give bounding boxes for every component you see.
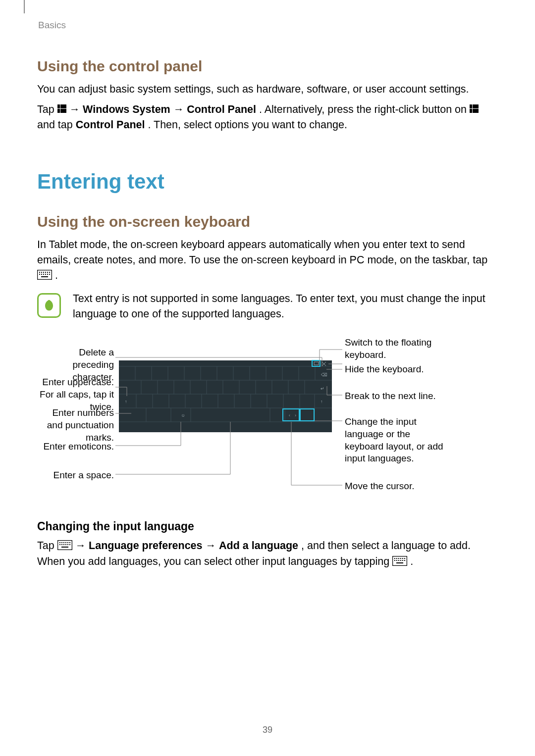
svg-text:☺: ☺ [181,413,185,418]
text: and tap [37,119,76,131]
svg-rect-125 [398,560,399,561]
svg-text:‹: ‹ [289,413,290,418]
svg-rect-119 [398,558,399,559]
keyboard-switch-icon [392,556,407,568]
svg-rect-11 [43,272,44,273]
svg-rect-104 [61,542,62,543]
svg-rect-106 [65,542,66,543]
svg-rect-13 [47,272,48,273]
text: . Alternatively, press the right-click b… [259,103,470,115]
svg-rect-108 [69,542,70,543]
note-block: Text entry is not supported in some lang… [37,291,498,322]
heading-entering-text: Entering text [37,170,498,194]
subheading-input-language: Changing the input language [37,520,498,533]
para-input-language: Tap → Language preferences → Add a langu… [37,538,498,569]
svg-rect-110 [61,544,62,545]
section-header: Basics [38,20,498,31]
svg-rect-111 [63,544,64,545]
svg-rect-7 [473,109,479,113]
text: Tap [37,103,57,115]
svg-rect-17 [43,274,44,275]
text-bold: Windows System [83,103,170,115]
svg-rect-121 [402,558,403,559]
keyboard-settings-icon [57,540,72,553]
svg-rect-118 [396,558,397,559]
start-tiles-icon [470,104,479,116]
svg-rect-109 [59,544,60,545]
keyboard-illustration: ↑ ↑ ↵ ⌫ ☺ ‹ › [37,337,498,500]
svg-rect-14 [49,272,50,273]
svg-rect-127 [402,560,403,561]
svg-rect-10 [41,272,42,273]
svg-rect-16 [41,274,42,275]
svg-rect-105 [63,542,64,543]
svg-rect-5 [473,104,479,108]
svg-text:↵: ↵ [321,386,324,391]
svg-rect-1 [60,104,66,108]
svg-text:↑: ↑ [125,399,127,404]
para-control-panel-steps: Tap → Windows System → Control Panel . A… [37,102,498,133]
svg-rect-129 [396,562,403,563]
svg-rect-21 [41,276,48,277]
para-onscreen-intro: In Tablet mode, the on-screen keyboard a… [37,237,498,284]
svg-text:›: › [295,413,296,418]
text: → [69,103,83,115]
text: . [55,269,58,281]
svg-rect-126 [400,560,401,561]
svg-rect-113 [67,544,68,545]
svg-rect-114 [69,544,70,545]
svg-rect-12 [45,272,46,273]
document-page: Basics Using the control panel You can a… [0,0,535,756]
svg-rect-103 [59,542,60,543]
svg-rect-9 [39,272,40,273]
svg-rect-120 [400,558,401,559]
text: . [410,555,413,567]
subheading-onscreen-keyboard: Using the on-screen keyboard [37,213,498,230]
text: → [75,540,89,552]
svg-rect-115 [61,547,68,548]
svg-rect-122 [404,558,405,559]
svg-text:⌫: ⌫ [321,372,327,377]
svg-rect-20 [49,274,50,275]
keyboard-taskbar-icon [37,270,52,282]
text-bold: Language preferences [89,540,202,552]
para-control-panel-intro: You can adjust basic system settings, su… [37,82,498,97]
svg-rect-112 [65,544,66,545]
note-text: Text entry is not supported in some lang… [73,291,498,322]
svg-rect-15 [39,274,40,275]
svg-rect-107 [67,542,68,543]
text-bold: Control Panel [76,119,145,131]
page-number: 39 [0,725,535,735]
note-icon [37,293,61,318]
text: In Tablet mode, the on-screen keyboard a… [37,239,487,266]
svg-rect-0 [57,104,60,108]
start-tiles-icon [57,104,66,116]
text: → [206,540,219,552]
svg-rect-117 [394,558,395,559]
svg-rect-124 [396,560,397,561]
svg-rect-19 [47,274,48,275]
text: . Then, select options you want to chang… [148,119,347,131]
svg-rect-123 [394,560,395,561]
text-bold: Control Panel [187,103,256,115]
keyboard-diagram: Delete a preceding character. Enter uppe… [37,337,498,500]
text-bold: Add a language [219,540,298,552]
svg-rect-6 [470,109,472,113]
svg-rect-2 [57,109,60,113]
text: Tap [37,540,57,552]
svg-rect-128 [404,560,405,561]
svg-rect-4 [470,104,472,108]
svg-rect-3 [60,109,66,113]
text: → [173,103,187,115]
svg-text:↑: ↑ [321,399,323,404]
subheading-control-panel: Using the control panel [37,58,498,75]
svg-rect-18 [45,274,46,275]
